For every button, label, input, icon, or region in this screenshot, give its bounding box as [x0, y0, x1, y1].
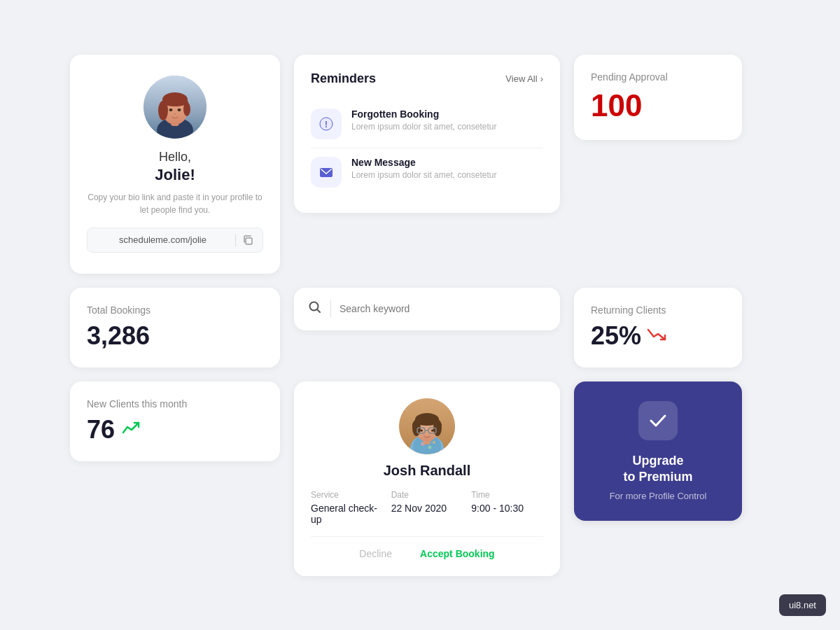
- svg-point-31: [416, 418, 421, 424]
- client-avatar-image: [399, 398, 455, 454]
- reminders-card: Reminders View All › ! Forgotten Booking…: [294, 55, 560, 213]
- reminder-forgotten-name: Forgotten Booking: [351, 108, 496, 120]
- avatar-image: [144, 76, 206, 139]
- search-icon: [308, 300, 322, 318]
- bookings-label: Total Bookings: [87, 304, 263, 316]
- trend-up-icon: [122, 421, 140, 438]
- reminder-message-name: New Message: [351, 157, 496, 168]
- view-all-link[interactable]: View All ›: [505, 74, 543, 84]
- bio-description: Copy your bio link and paste it in your …: [87, 191, 263, 216]
- service-label: Service: [311, 490, 383, 500]
- new-clients-label: New Clients this month: [87, 398, 263, 410]
- trend-down-icon: [647, 327, 666, 344]
- client-name: Josh Randall: [384, 463, 470, 479]
- bio-link-row: scheduleme.com/jolie: [87, 227, 263, 253]
- service-detail: Service General check-up: [311, 490, 383, 525]
- time-value: 9:00 - 10:30: [471, 503, 543, 514]
- svg-point-22: [433, 441, 435, 444]
- reminder-message-desc: Lorem ipsum dolor sit amet, consetetur: [351, 170, 496, 180]
- returning-label: Returning Clients: [591, 304, 725, 316]
- svg-point-32: [433, 418, 438, 424]
- booking-card: Josh Randall Service General check-up Da…: [294, 382, 560, 576]
- bio-link-text: scheduleme.com/jolie: [96, 234, 230, 245]
- reminder-message-icon-box: [311, 157, 342, 188]
- upgrade-subtitle: For more Profile Control: [610, 491, 707, 501]
- time-label: Time: [471, 490, 543, 500]
- returning-value-row: 25%: [591, 321, 725, 351]
- view-all-text: View All: [505, 74, 537, 84]
- pending-value: 100: [591, 88, 725, 123]
- upgrade-check-icon: [638, 401, 678, 440]
- new-clients-card: New Clients this month 76: [70, 382, 280, 461]
- pending-approval-card: Pending Approval 100: [574, 55, 742, 140]
- reminder-forgotten-content: Forgotten Booking Lorem ipsum dolor sit …: [351, 108, 496, 132]
- bookings-value: 3,286: [87, 321, 263, 351]
- new-clients-value-row: 76: [87, 415, 263, 444]
- svg-point-9: [169, 108, 173, 111]
- link-divider: [235, 234, 236, 246]
- search-divider: [330, 300, 331, 317]
- svg-point-21: [428, 445, 432, 449]
- upgrade-title: Upgradeto Premium: [623, 453, 692, 486]
- date-detail: Date 22 Nov 2020: [391, 490, 463, 525]
- reminders-title: Reminders: [311, 71, 376, 86]
- search-card: [294, 288, 560, 330]
- booking-inner: Josh Randall Service General check-up Da…: [294, 382, 560, 576]
- svg-point-36: [420, 429, 423, 431]
- svg-point-10: [178, 108, 181, 111]
- warning-icon: !: [319, 117, 333, 131]
- client-avatar: [399, 398, 455, 454]
- date-label: Date: [391, 490, 463, 500]
- decline-button[interactable]: Decline: [359, 548, 392, 559]
- svg-text:!: !: [325, 120, 328, 130]
- checkmark-icon: [648, 410, 668, 431]
- svg-point-7: [158, 101, 168, 120]
- booking-actions: Decline Accept Booking: [311, 548, 543, 559]
- booking-details: Service General check-up Date 22 Nov 202…: [311, 490, 543, 525]
- booking-divider: [311, 536, 543, 537]
- reminder-forgotten-desc: Lorem ipsum dolor sit amet, consetetur: [351, 122, 496, 132]
- reminder-item-message: New Message Lorem ipsum dolor sit amet, …: [311, 148, 543, 196]
- chevron-right-icon: ›: [540, 74, 543, 84]
- reminders-header: Reminders View All ›: [311, 71, 543, 86]
- date-value: 22 Nov 2020: [391, 503, 463, 514]
- upgrade-card[interactable]: Upgradeto Premium For more Profile Contr…: [574, 382, 742, 522]
- copy-icon[interactable]: [241, 234, 254, 246]
- copy-svg: [242, 234, 253, 246]
- new-clients-value: 76: [87, 415, 115, 444]
- svg-point-37: [431, 429, 434, 431]
- returning-value: 25%: [591, 321, 641, 351]
- reminder-warning-icon-box: !: [311, 108, 342, 139]
- returning-clients-card: Returning Clients 25%: [574, 288, 742, 368]
- svg-rect-11: [246, 238, 252, 244]
- user-name: Jolie!: [155, 166, 195, 184]
- reminder-message-content: New Message Lorem ipsum dolor sit amet, …: [351, 157, 496, 180]
- watermark: ui8.net: [779, 594, 826, 616]
- service-value: General check-up: [311, 503, 383, 525]
- greeting-text: Hello,: [159, 150, 191, 164]
- pending-label: Pending Approval: [591, 71, 725, 83]
- message-icon: [319, 165, 333, 179]
- accept-booking-button[interactable]: Accept Booking: [420, 548, 495, 559]
- total-bookings-card: Total Bookings 3,286: [70, 288, 280, 368]
- reminder-item-forgotten: ! Forgotten Booking Lorem ipsum dolor si…: [311, 100, 543, 148]
- svg-point-8: [183, 102, 190, 116]
- search-input[interactable]: [340, 303, 546, 314]
- time-detail: Time 9:00 - 10:30: [471, 490, 543, 525]
- dashboard: Hello, Jolie! Copy your bio link and pas…: [70, 55, 770, 576]
- avatar: [144, 76, 206, 139]
- profile-card: Hello, Jolie! Copy your bio link and pas…: [70, 55, 280, 274]
